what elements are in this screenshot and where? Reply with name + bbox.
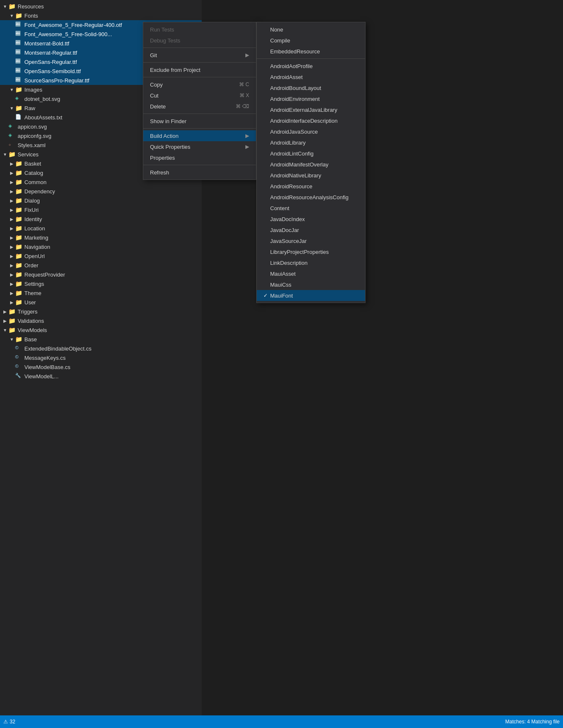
submenu-link-description[interactable]: LinkDescription: [257, 257, 365, 268]
tree-item-fonts[interactable]: ▼ 📁 Fonts: [0, 11, 202, 20]
tree-item-dialog[interactable]: ▶ 📁 Dialog: [0, 196, 202, 205]
submenu-android-asset[interactable]: AndroidAsset: [257, 71, 365, 82]
menu-git[interactable]: Git ▶: [143, 50, 256, 61]
menu-debug-tests[interactable]: Debug Tests: [143, 35, 256, 46]
label-link-description: LinkDescription: [270, 260, 308, 266]
menu-git-arrow: ▶: [245, 52, 249, 58]
xaml-icon-styles: ⬦: [8, 142, 16, 148]
tree-item-user[interactable]: ▶ 📁 User: [0, 298, 202, 307]
submenu-android-external-java-library[interactable]: AndroidExternalJavaLibrary: [257, 104, 365, 115]
label-font-awesome-regular: Font_Awesome_5_Free-Regular-400.otf: [24, 22, 122, 28]
submenu-android-bound-layout[interactable]: AndroidBoundLayout: [257, 82, 365, 93]
arrow-marketing: ▶: [8, 235, 15, 240]
submenu-android-manifest-overlay[interactable]: AndroidManifestOverlay: [257, 159, 365, 170]
folder-icon-dependency: 📁: [15, 188, 23, 195]
arrow-resources: ▼: [2, 4, 8, 9]
label-interface-desc: AndroidInterfaceDescription: [270, 118, 337, 124]
tree-item-dependency[interactable]: ▶ 📁 Dependency: [0, 187, 202, 196]
tree-item-marketing[interactable]: ▶ 📁 Marketing: [0, 233, 202, 242]
menu-exclude[interactable]: Exclude from Project: [143, 64, 256, 75]
label-external-java: AndroidExternalJavaLibrary: [270, 107, 337, 113]
submenu-embedded-resource[interactable]: EmbeddedResource: [257, 46, 365, 57]
label-maui-asset: MauiAsset: [270, 271, 296, 277]
label-montserrat-bold: Montserrat-Bold.ttf: [24, 40, 69, 47]
label-aot: AndroidAotProfile: [270, 63, 313, 69]
tree-item-viewmodels[interactable]: ▼ 📁 ViewModels: [0, 325, 202, 335]
menu-refresh[interactable]: Refresh: [143, 167, 256, 178]
tree-item-resources[interactable]: ▼ 📁 Resources: [0, 2, 202, 11]
menu-quick-properties[interactable]: Quick Properties ▶: [143, 141, 256, 152]
tree-item-viewmodel-locator[interactable]: 🔧 ViewModelL...: [0, 372, 202, 381]
tree-item-order[interactable]: ▶ 📁 Order: [0, 261, 202, 270]
submenu-maui-asset[interactable]: MauiAsset: [257, 268, 365, 279]
context-menu: Run Tests Debug Tests Git ▶ Exclude from…: [143, 22, 256, 180]
arrow-user: ▶: [8, 300, 15, 305]
tree-item-extended-bindable[interactable]: © ExtendedBindableObject.cs: [0, 344, 202, 353]
submenu-java-source-jar[interactable]: JavaSourceJar: [257, 235, 365, 246]
label-java-source-jar: JavaSourceJar: [270, 238, 307, 244]
menu-run-tests[interactable]: Run Tests: [143, 24, 256, 35]
tree-item-identity[interactable]: ▶ 📁 Identity: [0, 214, 202, 224]
menu-cut[interactable]: Cut ⌘ X: [143, 90, 256, 101]
submenu-maui-css[interactable]: MauiCss: [257, 279, 365, 290]
menu-delete-shortcut: ⌘ ⌫: [236, 103, 249, 109]
folder-icon-theme: 📁: [15, 290, 23, 296]
warning-status[interactable]: ⚠ 32: [3, 719, 15, 725]
submenu-android-interface-description[interactable]: AndroidInterfaceDescription: [257, 115, 365, 126]
submenu-android-lint-config[interactable]: AndroidLintConfig: [257, 148, 365, 159]
tree-item-message-keys[interactable]: © MessageKeys.cs: [0, 353, 202, 362]
svg-icon-appiconfg: ◈: [8, 132, 16, 139]
label-order: Order: [24, 262, 38, 269]
tree-item-triggers[interactable]: ▶ 📁 Triggers: [0, 307, 202, 316]
svg-file-icon: ◈: [15, 95, 23, 102]
submenu-java-doc-jar[interactable]: JavaDocJar: [257, 224, 365, 235]
menu-cut-label: Cut: [150, 92, 158, 99]
label-common: Common: [24, 179, 47, 185]
arrow-viewmodels: ▼: [2, 328, 8, 332]
label-library-props: LibraryProjectProperties: [270, 249, 329, 255]
submenu-none[interactable]: None: [257, 24, 365, 35]
folder-icon-raw: 📁: [15, 105, 23, 111]
folder-icon-basket: 📁: [15, 160, 23, 167]
menu-git-label: Git: [150, 52, 157, 58]
tree-item-requestprovider[interactable]: ▶ 📁 RequestProvider: [0, 270, 202, 279]
font-file-icon6: 🔤: [15, 68, 23, 74]
tree-item-settings[interactable]: ▶ 📁 Settings: [0, 279, 202, 288]
label-maui-font: MauiFont: [270, 293, 293, 299]
submenu-content[interactable]: Content: [257, 203, 365, 214]
folder-icon-order: 📁: [15, 262, 23, 269]
menu-debug-tests-label: Debug Tests: [150, 37, 180, 44]
tree-item-base[interactable]: ▼ 📁 Base: [0, 335, 202, 344]
submenu-library-project-properties[interactable]: LibraryProjectProperties: [257, 246, 365, 257]
label-javadoc-jar: JavaDocJar: [270, 227, 299, 233]
submenu-android-resource[interactable]: AndroidResource: [257, 181, 365, 192]
submenu-java-doc-index[interactable]: JavaDocIndex: [257, 214, 365, 224]
menu-copy[interactable]: Copy ⌘ C: [143, 79, 256, 90]
folder-icon-images: 📁: [15, 86, 23, 93]
arrow-fixuri: ▶: [8, 208, 15, 212]
tree-item-validations[interactable]: ▶ 📁 Validations: [0, 316, 202, 325]
tree-item-navigation[interactable]: ▶ 📁 Navigation: [0, 242, 202, 251]
submenu-android-java-source[interactable]: AndroidJavaSource: [257, 126, 365, 137]
label-android-resource: AndroidResource: [270, 183, 312, 190]
folder-icon-settings: 📁: [15, 280, 23, 287]
cs-icon-vmbase: ©: [15, 364, 23, 370]
submenu-android-aot-profile[interactable]: AndroidAotProfile: [257, 61, 365, 71]
submenu-android-native-library[interactable]: AndroidNativeLibrary: [257, 170, 365, 181]
submenu-maui-font[interactable]: ✓ MauiFont: [257, 290, 365, 301]
submenu-compile[interactable]: Compile: [257, 35, 365, 46]
submenu-android-environment[interactable]: AndroidEnvironment: [257, 93, 365, 104]
tree-item-location[interactable]: ▶ 📁 Location: [0, 224, 202, 233]
tree-item-theme[interactable]: ▶ 📁 Theme: [0, 288, 202, 298]
menu-delete[interactable]: Delete ⌘ ⌫: [143, 101, 256, 112]
tree-item-fixuri[interactable]: ▶ 📁 FixUri: [0, 205, 202, 214]
submenu-android-resource-analysis[interactable]: AndroidResourceAnalysisConfig: [257, 192, 365, 203]
cs-icon-vmlocator: 🔧: [15, 373, 23, 380]
menu-properties[interactable]: Properties: [143, 152, 256, 163]
menu-show-finder[interactable]: Show in Finder: [143, 116, 256, 127]
label-images: Images: [24, 87, 42, 93]
submenu-android-library[interactable]: AndroidLibrary: [257, 137, 365, 148]
tree-item-openurl[interactable]: ▶ 📁 OpenUrl: [0, 251, 202, 261]
menu-build-action[interactable]: Build Action ▶: [143, 130, 256, 141]
tree-item-viewmodel-base[interactable]: © ViewModelBase.cs: [0, 362, 202, 372]
